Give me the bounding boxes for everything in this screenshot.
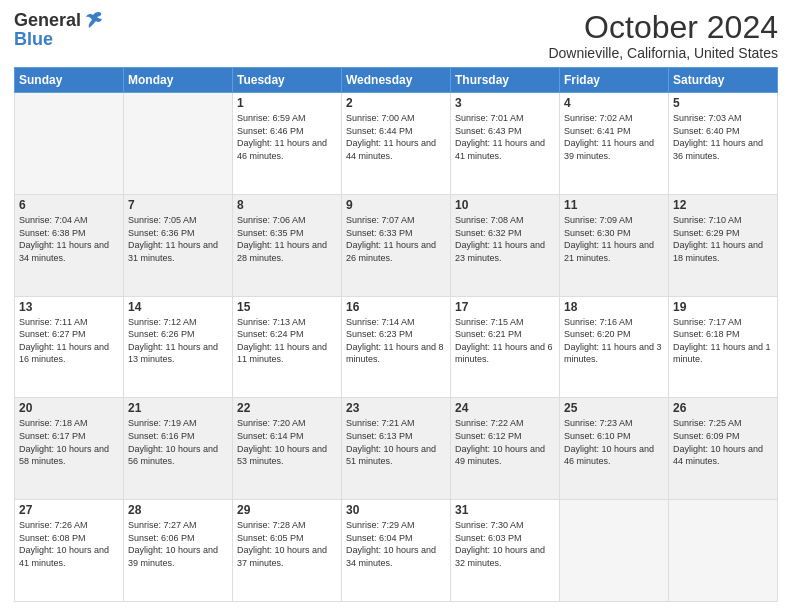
day-number: 31 — [455, 503, 555, 517]
day-number: 6 — [19, 198, 119, 212]
calendar-day-cell: 19Sunrise: 7:17 AMSunset: 6:18 PMDayligh… — [669, 296, 778, 398]
day-detail: Sunrise: 7:26 AMSunset: 6:08 PMDaylight:… — [19, 519, 119, 569]
day-number: 23 — [346, 401, 446, 415]
day-number: 14 — [128, 300, 228, 314]
title-block: October 2024 Downieville, California, Un… — [548, 10, 778, 61]
calendar-week-row: 6Sunrise: 7:04 AMSunset: 6:38 PMDaylight… — [15, 194, 778, 296]
calendar-day-cell: 29Sunrise: 7:28 AMSunset: 6:05 PMDayligh… — [233, 500, 342, 602]
day-detail: Sunrise: 7:02 AMSunset: 6:41 PMDaylight:… — [564, 112, 664, 162]
calendar-day-cell: 10Sunrise: 7:08 AMSunset: 6:32 PMDayligh… — [451, 194, 560, 296]
day-number: 25 — [564, 401, 664, 415]
calendar-day-cell: 5Sunrise: 7:03 AMSunset: 6:40 PMDaylight… — [669, 93, 778, 195]
calendar-day-cell: 13Sunrise: 7:11 AMSunset: 6:27 PMDayligh… — [15, 296, 124, 398]
header: General Blue October 2024 Downieville, C… — [14, 10, 778, 61]
logo-general: General — [14, 10, 81, 31]
day-number: 2 — [346, 96, 446, 110]
calendar-header-friday: Friday — [560, 68, 669, 93]
day-detail: Sunrise: 7:01 AMSunset: 6:43 PMDaylight:… — [455, 112, 555, 162]
day-detail: Sunrise: 7:00 AMSunset: 6:44 PMDaylight:… — [346, 112, 446, 162]
calendar-week-row: 27Sunrise: 7:26 AMSunset: 6:08 PMDayligh… — [15, 500, 778, 602]
calendar-header-sunday: Sunday — [15, 68, 124, 93]
day-number: 27 — [19, 503, 119, 517]
day-number: 15 — [237, 300, 337, 314]
calendar-day-cell: 20Sunrise: 7:18 AMSunset: 6:17 PMDayligh… — [15, 398, 124, 500]
calendar-day-cell: 18Sunrise: 7:16 AMSunset: 6:20 PMDayligh… — [560, 296, 669, 398]
calendar-week-row: 20Sunrise: 7:18 AMSunset: 6:17 PMDayligh… — [15, 398, 778, 500]
day-detail: Sunrise: 7:30 AMSunset: 6:03 PMDaylight:… — [455, 519, 555, 569]
calendar-day-cell: 31Sunrise: 7:30 AMSunset: 6:03 PMDayligh… — [451, 500, 560, 602]
calendar-day-cell: 15Sunrise: 7:13 AMSunset: 6:24 PMDayligh… — [233, 296, 342, 398]
day-detail: Sunrise: 7:22 AMSunset: 6:12 PMDaylight:… — [455, 417, 555, 467]
page: General Blue October 2024 Downieville, C… — [0, 0, 792, 612]
calendar-day-cell: 28Sunrise: 7:27 AMSunset: 6:06 PMDayligh… — [124, 500, 233, 602]
day-detail: Sunrise: 7:04 AMSunset: 6:38 PMDaylight:… — [19, 214, 119, 264]
day-number: 7 — [128, 198, 228, 212]
calendar-day-cell: 27Sunrise: 7:26 AMSunset: 6:08 PMDayligh… — [15, 500, 124, 602]
day-number: 28 — [128, 503, 228, 517]
day-number: 5 — [673, 96, 773, 110]
calendar-day-cell: 24Sunrise: 7:22 AMSunset: 6:12 PMDayligh… — [451, 398, 560, 500]
day-detail: Sunrise: 7:18 AMSunset: 6:17 PMDaylight:… — [19, 417, 119, 467]
calendar-day-cell: 8Sunrise: 7:06 AMSunset: 6:35 PMDaylight… — [233, 194, 342, 296]
day-number: 19 — [673, 300, 773, 314]
calendar-day-cell: 17Sunrise: 7:15 AMSunset: 6:21 PMDayligh… — [451, 296, 560, 398]
calendar-header-tuesday: Tuesday — [233, 68, 342, 93]
day-number: 12 — [673, 198, 773, 212]
calendar-day-cell: 26Sunrise: 7:25 AMSunset: 6:09 PMDayligh… — [669, 398, 778, 500]
day-detail: Sunrise: 7:16 AMSunset: 6:20 PMDaylight:… — [564, 316, 664, 366]
calendar-day-cell: 25Sunrise: 7:23 AMSunset: 6:10 PMDayligh… — [560, 398, 669, 500]
calendar-header-wednesday: Wednesday — [342, 68, 451, 93]
calendar-day-cell: 23Sunrise: 7:21 AMSunset: 6:13 PMDayligh… — [342, 398, 451, 500]
day-detail: Sunrise: 7:05 AMSunset: 6:36 PMDaylight:… — [128, 214, 228, 264]
calendar-week-row: 1Sunrise: 6:59 AMSunset: 6:46 PMDaylight… — [15, 93, 778, 195]
calendar-day-cell: 11Sunrise: 7:09 AMSunset: 6:30 PMDayligh… — [560, 194, 669, 296]
calendar-day-cell: 7Sunrise: 7:05 AMSunset: 6:36 PMDaylight… — [124, 194, 233, 296]
logo: General Blue — [14, 10, 105, 50]
day-number: 20 — [19, 401, 119, 415]
day-detail: Sunrise: 7:21 AMSunset: 6:13 PMDaylight:… — [346, 417, 446, 467]
day-detail: Sunrise: 7:25 AMSunset: 6:09 PMDaylight:… — [673, 417, 773, 467]
day-number: 24 — [455, 401, 555, 415]
day-number: 10 — [455, 198, 555, 212]
calendar-day-cell: 2Sunrise: 7:00 AMSunset: 6:44 PMDaylight… — [342, 93, 451, 195]
day-detail: Sunrise: 6:59 AMSunset: 6:46 PMDaylight:… — [237, 112, 337, 162]
day-number: 13 — [19, 300, 119, 314]
calendar-day-cell — [124, 93, 233, 195]
calendar-day-cell — [15, 93, 124, 195]
day-detail: Sunrise: 7:28 AMSunset: 6:05 PMDaylight:… — [237, 519, 337, 569]
day-number: 3 — [455, 96, 555, 110]
day-detail: Sunrise: 7:19 AMSunset: 6:16 PMDaylight:… — [128, 417, 228, 467]
calendar-day-cell: 3Sunrise: 7:01 AMSunset: 6:43 PMDaylight… — [451, 93, 560, 195]
day-number: 30 — [346, 503, 446, 517]
day-detail: Sunrise: 7:08 AMSunset: 6:32 PMDaylight:… — [455, 214, 555, 264]
day-detail: Sunrise: 7:17 AMSunset: 6:18 PMDaylight:… — [673, 316, 773, 366]
calendar-day-cell: 4Sunrise: 7:02 AMSunset: 6:41 PMDaylight… — [560, 93, 669, 195]
day-number: 21 — [128, 401, 228, 415]
day-number: 22 — [237, 401, 337, 415]
day-detail: Sunrise: 7:07 AMSunset: 6:33 PMDaylight:… — [346, 214, 446, 264]
day-number: 18 — [564, 300, 664, 314]
day-number: 4 — [564, 96, 664, 110]
day-detail: Sunrise: 7:03 AMSunset: 6:40 PMDaylight:… — [673, 112, 773, 162]
day-number: 26 — [673, 401, 773, 415]
calendar-day-cell: 1Sunrise: 6:59 AMSunset: 6:46 PMDaylight… — [233, 93, 342, 195]
day-detail: Sunrise: 7:15 AMSunset: 6:21 PMDaylight:… — [455, 316, 555, 366]
logo-blue: Blue — [14, 29, 53, 50]
calendar-day-cell — [560, 500, 669, 602]
day-number: 8 — [237, 198, 337, 212]
calendar-day-cell: 6Sunrise: 7:04 AMSunset: 6:38 PMDaylight… — [15, 194, 124, 296]
day-detail: Sunrise: 7:20 AMSunset: 6:14 PMDaylight:… — [237, 417, 337, 467]
day-detail: Sunrise: 7:09 AMSunset: 6:30 PMDaylight:… — [564, 214, 664, 264]
day-detail: Sunrise: 7:11 AMSunset: 6:27 PMDaylight:… — [19, 316, 119, 366]
day-detail: Sunrise: 7:10 AMSunset: 6:29 PMDaylight:… — [673, 214, 773, 264]
logo-bird-icon — [83, 9, 105, 31]
day-detail: Sunrise: 7:06 AMSunset: 6:35 PMDaylight:… — [237, 214, 337, 264]
calendar-day-cell: 22Sunrise: 7:20 AMSunset: 6:14 PMDayligh… — [233, 398, 342, 500]
day-number: 1 — [237, 96, 337, 110]
calendar-header-monday: Monday — [124, 68, 233, 93]
calendar-day-cell: 14Sunrise: 7:12 AMSunset: 6:26 PMDayligh… — [124, 296, 233, 398]
day-detail: Sunrise: 7:23 AMSunset: 6:10 PMDaylight:… — [564, 417, 664, 467]
day-number: 29 — [237, 503, 337, 517]
calendar-header-thursday: Thursday — [451, 68, 560, 93]
calendar-day-cell: 21Sunrise: 7:19 AMSunset: 6:16 PMDayligh… — [124, 398, 233, 500]
